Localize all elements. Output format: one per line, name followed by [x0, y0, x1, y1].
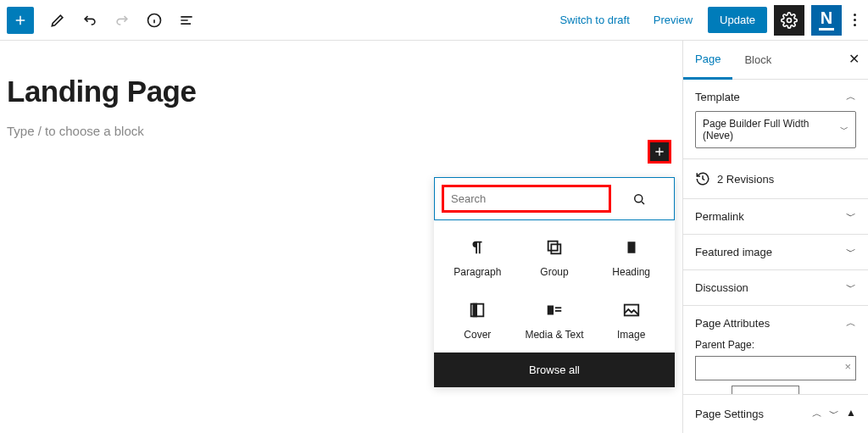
tab-block[interactable]: Block — [732, 42, 783, 78]
chevron-down-icon: ﹀ — [840, 124, 849, 136]
inserter-search-input[interactable] — [442, 185, 611, 213]
add-block-button[interactable] — [7, 7, 34, 34]
block-label: Cover — [464, 329, 491, 341]
chevron-up-icon: ︿ — [846, 316, 856, 330]
image-icon — [621, 300, 642, 320]
media-text-icon — [544, 300, 565, 320]
block-inserter: Paragraph Group Heading Cover Media & Te… — [434, 177, 675, 387]
gear-icon — [781, 12, 798, 29]
inserter-grid: Paragraph Group Heading Cover Media & Te… — [434, 220, 675, 353]
block-group[interactable]: Group — [516, 236, 593, 280]
panel-template-header[interactable]: Template ︿ — [695, 90, 856, 104]
sidebar-tabs: Page Block ✕ — [683, 41, 868, 80]
panel-featured-image: Featured image ﹀ — [683, 235, 868, 270]
template-select[interactable]: Page Builder Full Width (Neve) ﹀ — [695, 111, 856, 148]
chevron-down-icon: ﹀ — [846, 209, 856, 224]
undo-button[interactable] — [75, 5, 105, 36]
toolbar-right: Switch to draft Preview Update N — [551, 5, 861, 36]
order-input[interactable] — [732, 386, 799, 394]
panel-template: Template ︿ Page Builder Full Width (Neve… — [683, 80, 868, 159]
outline-button[interactable] — [171, 5, 202, 36]
pencil-icon — [49, 12, 66, 29]
revisions-link[interactable]: 2 Revisions — [683, 159, 868, 199]
preview-button[interactable]: Preview — [645, 8, 701, 31]
block-media-text[interactable]: Media & Text — [516, 298, 593, 342]
block-paragraph[interactable]: Paragraph — [439, 236, 516, 280]
theme-button[interactable]: N — [811, 5, 842, 36]
panel-title: Discussion — [695, 281, 748, 294]
next-button[interactable]: ﹀ — [829, 407, 839, 421]
redo-icon — [114, 12, 131, 29]
close-sidebar-button[interactable]: ✕ — [849, 51, 860, 67]
svg-rect-3 — [548, 241, 558, 251]
tab-page[interactable]: Page — [683, 41, 732, 80]
edit-mode-button[interactable] — [42, 5, 73, 36]
panel-discussion: Discussion ﹀ — [683, 270, 868, 306]
panel-page-attributes: Page Attributes ︿ Parent Page: × Order — [683, 306, 868, 394]
info-button[interactable] — [139, 5, 170, 36]
inserter-search-row — [434, 177, 675, 220]
block-label: Image — [617, 329, 645, 341]
redo-button[interactable] — [107, 5, 137, 36]
sidebar-body: Template ︿ Page Builder Full Width (Neve… — [683, 80, 868, 394]
page-title[interactable]: Landing Page — [7, 75, 678, 108]
svg-rect-6 — [474, 304, 477, 317]
block-label: Media & Text — [525, 329, 583, 341]
revisions-label: 2 Revisions — [717, 173, 774, 186]
undo-icon — [81, 12, 98, 29]
inserter-search-button[interactable] — [611, 185, 667, 213]
parent-page-input[interactable] — [695, 356, 856, 380]
template-value: Page Builder Full Width (Neve) — [703, 118, 840, 142]
settings-button[interactable] — [774, 5, 804, 36]
theme-letter: N — [819, 9, 834, 31]
history-icon — [695, 171, 710, 186]
info-icon — [146, 12, 163, 29]
update-button[interactable]: Update — [708, 7, 767, 33]
panel-featured-image-header[interactable]: Featured image ﹀ — [695, 245, 856, 259]
panel-permalink-header[interactable]: Permalink ﹀ — [695, 209, 856, 224]
chevron-down-icon: ﹀ — [846, 280, 856, 295]
chevron-up-icon: ︿ — [846, 90, 856, 104]
panel-title: Featured image — [695, 246, 772, 258]
block-label: Group — [540, 266, 568, 278]
panel-permalink: Permalink ﹀ — [683, 199, 868, 235]
page-settings-label: Page Settings — [695, 408, 764, 420]
search-icon — [632, 192, 647, 207]
block-heading[interactable]: Heading — [593, 236, 670, 280]
block-label: Paragraph — [453, 266, 501, 278]
panel-title: Permalink — [695, 210, 744, 223]
svg-point-2 — [635, 194, 643, 202]
panel-page-attributes-header[interactable]: Page Attributes ︿ — [695, 316, 856, 330]
more-options-button[interactable] — [849, 14, 861, 26]
top-toolbar: Switch to draft Preview Update N — [0, 0, 868, 41]
paragraph-icon — [467, 237, 487, 258]
clear-input-button[interactable]: × — [844, 360, 851, 373]
order-row: Order — [695, 386, 856, 394]
settings-sidebar: Page Block ✕ Template ︿ Page Builder Ful… — [682, 41, 868, 433]
parent-page-input-wrap: × — [695, 356, 856, 380]
browse-all-button[interactable]: Browse all — [434, 353, 675, 387]
heading-icon — [621, 237, 642, 258]
chevron-down-icon: ﹀ — [846, 245, 856, 259]
switch-to-draft-button[interactable]: Switch to draft — [551, 8, 637, 31]
editor-canvas[interactable]: Landing Page Type / to choose a block — [0, 41, 678, 138]
panel-discussion-header[interactable]: Discussion ﹀ — [695, 280, 856, 295]
prev-button[interactable]: ︿ — [812, 407, 822, 421]
inline-add-block-button[interactable] — [648, 140, 671, 164]
svg-point-1 — [787, 18, 792, 22]
plus-icon — [13, 13, 28, 28]
page-settings-bar[interactable]: Page Settings ︿ ﹀ ▲ — [683, 394, 868, 433]
svg-rect-4 — [551, 244, 560, 253]
block-placeholder[interactable]: Type / to choose a block — [7, 124, 678, 138]
block-label: Heading — [612, 266, 650, 278]
svg-rect-8 — [555, 307, 561, 308]
list-view-icon — [178, 12, 195, 29]
block-cover[interactable]: Cover — [439, 298, 516, 342]
parent-page-label: Parent Page: — [695, 339, 856, 351]
collapse-button[interactable]: ▲ — [846, 407, 856, 421]
block-image[interactable]: Image — [593, 298, 670, 342]
toolbar-left — [7, 5, 202, 36]
svg-rect-7 — [548, 306, 554, 315]
group-icon — [544, 237, 565, 258]
page-settings-nav: ︿ ﹀ ▲ — [812, 407, 856, 421]
